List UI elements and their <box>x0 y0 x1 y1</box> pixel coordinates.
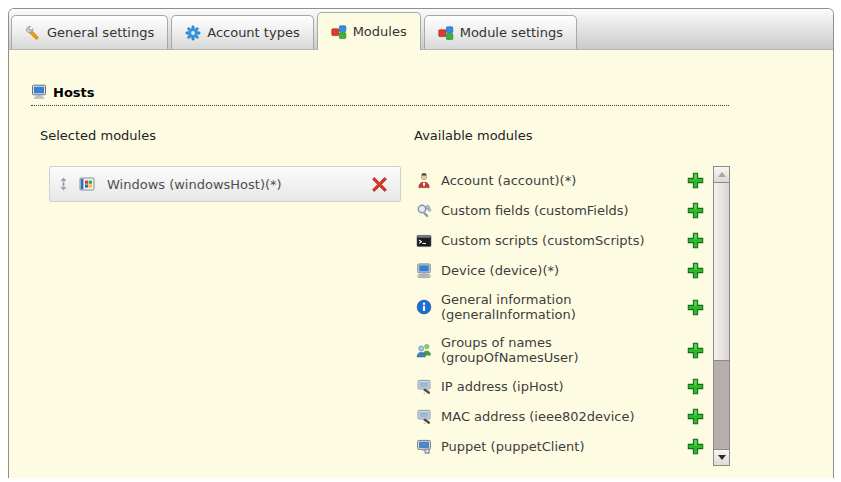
available-module-row: MAC address (ieee802device) <box>414 402 712 432</box>
tab-account-types[interactable]: Account types <box>171 15 313 49</box>
available-module-row: Custom scripts (customScripts) <box>414 226 712 256</box>
available-module-label: Account (account)(*) <box>441 173 576 188</box>
modules-tab-content: Hosts Selected modules Windows (windowsH… <box>9 84 833 466</box>
info-icon <box>416 299 432 315</box>
scrollbar[interactable] <box>713 166 730 466</box>
monitor-icon <box>31 84 47 100</box>
available-module-label: Groups of names (groupOfNamesUser) <box>441 335 661 365</box>
available-module-row: Puppet (puppetClient) <box>414 432 712 462</box>
available-module-row: Custom fields (customFields) <box>414 196 712 226</box>
selected-modules-column: Selected modules Windows (windowsHost)(*… <box>40 128 414 466</box>
group-icon <box>416 342 432 358</box>
network-icon <box>416 409 432 425</box>
tab-label: Account types <box>207 25 299 40</box>
available-module-label: MAC address (ieee802device) <box>441 409 635 424</box>
modules-icon <box>438 25 454 41</box>
available-module-row: General information (generalInformation) <box>414 286 712 329</box>
wrench-icon <box>25 25 41 41</box>
selected-modules-list: Windows (windowsHost)(*) <box>49 166 414 202</box>
available-module-label: IP address (ipHost) <box>441 379 564 394</box>
available-module-label: Puppet (puppetClient) <box>441 439 584 454</box>
modules-columns: Selected modules Windows (windowsHost)(*… <box>40 128 833 466</box>
add-module-button[interactable] <box>687 408 704 425</box>
tab-label: Module settings <box>460 25 563 40</box>
available-module-row: IP address (ipHost) <box>414 372 712 402</box>
terminal-icon <box>416 233 432 249</box>
chevron-up-icon <box>718 172 726 177</box>
puppet-icon <box>416 439 432 455</box>
hosts-section-header: Hosts <box>31 84 729 106</box>
selected-modules-label: Selected modules <box>40 128 414 143</box>
add-module-button[interactable] <box>687 232 704 249</box>
selected-module-label: Windows (windowsHost)(*) <box>107 177 282 192</box>
scrollbar-up-button[interactable] <box>713 166 730 183</box>
chevron-down-icon <box>718 455 726 460</box>
add-module-button[interactable] <box>687 262 704 279</box>
tab-modules[interactable]: Modules <box>317 12 421 50</box>
add-module-button[interactable] <box>687 342 704 359</box>
available-module-row: Device (device)(*) <box>414 256 712 286</box>
scrollbar-down-button[interactable] <box>713 449 730 466</box>
add-module-button[interactable] <box>687 172 704 189</box>
custom-fields-icon <box>416 203 432 219</box>
drag-handle-icon[interactable] <box>58 177 69 191</box>
gear-icon <box>185 25 201 41</box>
available-module-row: Groups of names (groupOfNamesUser) <box>414 329 712 372</box>
remove-module-button[interactable] <box>371 176 388 193</box>
available-module-row: Roles (organizationalRoleUser) <box>414 462 712 466</box>
settings-window: General settingsAccount typesModulesModu… <box>8 8 834 478</box>
account-icon <box>416 173 432 189</box>
scrollbar-track[interactable] <box>713 361 730 449</box>
page: { "tabs": [ {"label": "General settings"… <box>0 0 841 482</box>
modules-icon <box>331 24 347 40</box>
tab-bar: General settingsAccount typesModulesModu… <box>9 9 833 50</box>
scrollbar-thumb[interactable] <box>713 183 730 361</box>
selected-module-item: Windows (windowsHost)(*) <box>49 166 401 202</box>
available-modules-column: Available modules Account (account)(*)Cu… <box>414 128 730 466</box>
available-modules-label: Available modules <box>414 128 730 143</box>
section-title: Hosts <box>53 85 95 100</box>
add-module-button[interactable] <box>687 438 704 455</box>
device-icon <box>416 263 432 279</box>
available-module-label: Custom scripts (customScripts) <box>441 233 645 248</box>
tab-general-settings[interactable]: General settings <box>11 15 168 49</box>
available-module-label: General information (generalInformation) <box>441 292 661 322</box>
available-module-row: Account (account)(*) <box>414 166 712 196</box>
available-modules-list: Account (account)(*)Custom fields (custo… <box>414 166 730 466</box>
tab-module-settings[interactable]: Module settings <box>424 15 577 49</box>
windows-icon <box>79 176 95 192</box>
available-module-label: Custom fields (customFields) <box>441 203 629 218</box>
network-icon <box>416 379 432 395</box>
tab-label: General settings <box>47 25 154 40</box>
available-module-label: Device (device)(*) <box>441 263 559 278</box>
tab-label: Modules <box>353 24 407 39</box>
add-module-button[interactable] <box>687 299 704 316</box>
add-module-button[interactable] <box>687 378 704 395</box>
add-module-button[interactable] <box>687 202 704 219</box>
